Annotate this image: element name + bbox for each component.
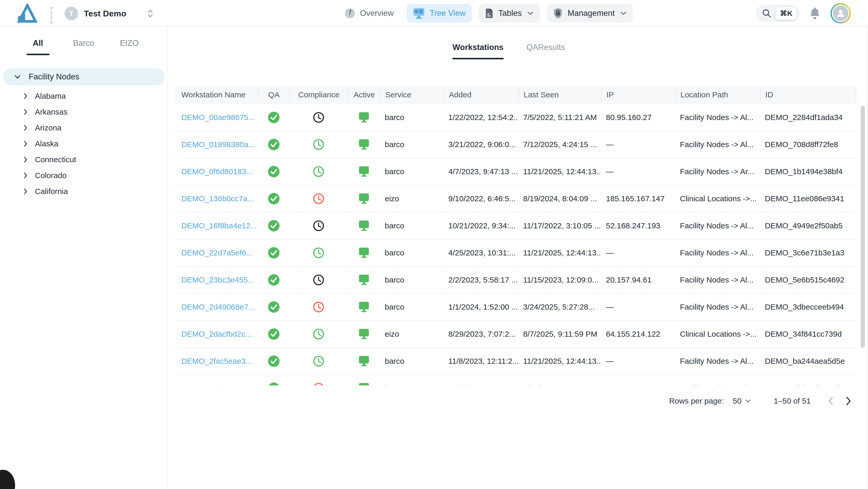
tab-workstations[interactable]: Workstations bbox=[453, 43, 503, 59]
workstation-name-link[interactable]: DEMO_23bc3e455... bbox=[175, 275, 258, 284]
nav-overview-label: Overview bbox=[360, 9, 394, 18]
workstation-name-link[interactable]: DEMO_2d49068e7... bbox=[175, 302, 258, 312]
ip-cell: 52.168.247.193 bbox=[601, 221, 675, 230]
added-cell: 9/10/2022, 6:46:5... bbox=[444, 194, 518, 203]
compliance-status-cell bbox=[289, 328, 348, 340]
table-row[interactable]: DEMO_136b0cc7a... bbox=[175, 185, 856, 213]
last-seen-cell: 11/15/2023, 12:09:0... bbox=[518, 275, 601, 284]
col-header-ip[interactable]: IP bbox=[601, 88, 675, 101]
tree-node-arizona[interactable]: Arizona bbox=[0, 120, 167, 136]
workstation-name-link[interactable]: DEMO_2dacfbd2c... bbox=[175, 330, 258, 338]
tree-node-label: Arizona bbox=[35, 123, 61, 132]
clock-icon bbox=[313, 166, 324, 177]
table-row[interactable]: DEMO_0f6d80183... bbox=[175, 158, 856, 185]
last-seen-cell: 2/27/2025, 12:21:51... bbox=[518, 384, 601, 385]
qa-status-cell bbox=[258, 166, 289, 177]
col-header-last-seen[interactable]: Last Seen bbox=[518, 88, 601, 101]
check-circle-icon bbox=[268, 382, 280, 385]
col-header-service[interactable]: Service bbox=[380, 88, 444, 101]
nav-tree-view[interactable]: Tree View bbox=[407, 4, 472, 23]
tab-all[interactable]: All bbox=[15, 38, 61, 55]
chevron-right-icon bbox=[24, 93, 28, 99]
tree-node-arkansas[interactable]: Arkansas bbox=[0, 104, 167, 120]
vendor-tabs: All Barco EIZO bbox=[0, 38, 167, 55]
tree-node-connecticut[interactable]: Connecticut bbox=[0, 152, 167, 167]
table-row[interactable]: DEMO_23bc3e455... bbox=[175, 267, 856, 294]
col-header-location-path[interactable]: Location Path bbox=[675, 88, 760, 101]
col-header-added[interactable]: Added bbox=[444, 88, 518, 101]
service-cell: barco bbox=[380, 140, 444, 149]
active-status-cell bbox=[348, 355, 380, 367]
workstation-name-link[interactable]: DEMO_22d7a5ef6... bbox=[175, 249, 258, 257]
next-page-button[interactable] bbox=[846, 396, 851, 406]
tree-node-label: Colorado bbox=[35, 171, 67, 180]
table-row[interactable]: DEMO_16f8ba4e12... bbox=[175, 213, 856, 239]
monitor-icon bbox=[358, 112, 370, 123]
table-row[interactable]: DEMO_2db2ce1c5... bbox=[175, 375, 856, 385]
col-header-id[interactable]: ID bbox=[760, 88, 856, 101]
id-cell: DEMO_3dbecceeb494 bbox=[760, 302, 856, 312]
chevron-down-icon bbox=[527, 11, 534, 15]
table-scrollbar-thumb[interactable] bbox=[861, 106, 865, 348]
tree-node-facility-nodes[interactable]: Facility Nodes bbox=[3, 68, 165, 86]
tab-barco[interactable]: Barco bbox=[61, 38, 106, 55]
id-cell: DEMO_708d8ff72fe8 bbox=[760, 140, 856, 149]
workstation-name-link[interactable]: DEMO_01898380a... bbox=[175, 140, 258, 149]
location-path-cell: Facility Nodes -> Ar... bbox=[675, 167, 760, 176]
monitor-icon bbox=[358, 383, 370, 385]
ip-cell: 142.50.214.150 bbox=[601, 384, 675, 385]
clock-icon bbox=[313, 139, 324, 150]
compliance-status-cell bbox=[289, 301, 348, 313]
tree-node-california[interactable]: California bbox=[0, 183, 167, 199]
app-logo-icon[interactable] bbox=[17, 4, 38, 24]
col-header-workstation-name[interactable]: Workstation Name bbox=[175, 88, 258, 101]
ip-cell: 80.95.160.27 bbox=[601, 113, 675, 122]
check-circle-icon bbox=[268, 328, 280, 340]
workstation-name-link[interactable]: DEMO_2db2ce1c5... bbox=[175, 384, 258, 385]
workstation-name-link[interactable]: DEMO_2fac5eae3... bbox=[175, 357, 258, 366]
tree-node-alaska[interactable]: Alaska bbox=[0, 136, 167, 152]
tree-node-colorado[interactable]: Colorado bbox=[0, 167, 167, 183]
clock-icon bbox=[313, 328, 324, 340]
active-status-cell bbox=[348, 112, 380, 123]
search-button[interactable]: ⌘K bbox=[756, 5, 799, 22]
notifications-bell-icon[interactable] bbox=[809, 7, 820, 20]
workstation-name-link[interactable]: DEMO_0f6d80183... bbox=[175, 167, 258, 176]
qa-status-cell bbox=[258, 193, 289, 205]
tree-children: Alabama Arkansas Arizona Alaska bbox=[0, 88, 167, 199]
nav-tables[interactable]: Tables bbox=[478, 4, 540, 23]
workstation-name-link[interactable]: DEMO_16f8ba4e12... bbox=[175, 221, 258, 230]
check-circle-icon bbox=[268, 274, 280, 286]
tab-eizo-label: EIZO bbox=[120, 38, 138, 47]
col-header-active[interactable]: Active bbox=[348, 88, 380, 101]
check-circle-icon bbox=[268, 355, 280, 367]
tree-node-label: California bbox=[35, 187, 68, 196]
table-row[interactable]: DEMO_22d7a5ef6... bbox=[175, 239, 856, 267]
tab-eizo[interactable]: EIZO bbox=[106, 38, 152, 55]
user-avatar[interactable] bbox=[831, 3, 851, 24]
col-header-compliance[interactable]: Compliance bbox=[289, 88, 348, 101]
workstation-name-link[interactable]: DEMO_136b0cc7a... bbox=[175, 194, 258, 203]
chevron-right-icon bbox=[24, 156, 28, 163]
nav-overview[interactable]: Overview bbox=[338, 4, 400, 23]
check-circle-icon bbox=[268, 166, 280, 177]
nav-management[interactable]: Management bbox=[547, 4, 633, 23]
clock-icon bbox=[313, 112, 324, 123]
ip-cell: — bbox=[601, 249, 675, 257]
table-row[interactable]: DEMO_2dacfbd2c... bbox=[175, 321, 856, 348]
rows-per-page-select[interactable]: 50 bbox=[733, 397, 751, 405]
tree-node-alabama[interactable]: Alabama bbox=[0, 88, 167, 104]
col-header-qa[interactable]: QA bbox=[258, 88, 289, 101]
table-row[interactable]: DEMO_2fac5eae3... bbox=[175, 348, 856, 375]
previous-page-button[interactable] bbox=[828, 396, 834, 406]
id-cell: DEMO_4949e2f50ab5 bbox=[760, 221, 856, 230]
table-row[interactable]: DEMO_2d49068e7... bbox=[175, 294, 856, 321]
monitor-icon bbox=[358, 247, 370, 259]
tab-qaresults[interactable]: QAResults bbox=[526, 43, 565, 59]
check-circle-icon bbox=[268, 301, 280, 313]
workstation-name-link[interactable]: DEMO_00ae98675... bbox=[175, 113, 258, 122]
table-row[interactable]: DEMO_01898380a... bbox=[175, 131, 856, 158]
table-row[interactable]: DEMO_00ae98675... bbox=[175, 104, 856, 131]
tenant-selector[interactable]: T Test Demo bbox=[65, 6, 153, 21]
last-seen-cell: 3/24/2025, 5:27:28... bbox=[518, 302, 601, 312]
